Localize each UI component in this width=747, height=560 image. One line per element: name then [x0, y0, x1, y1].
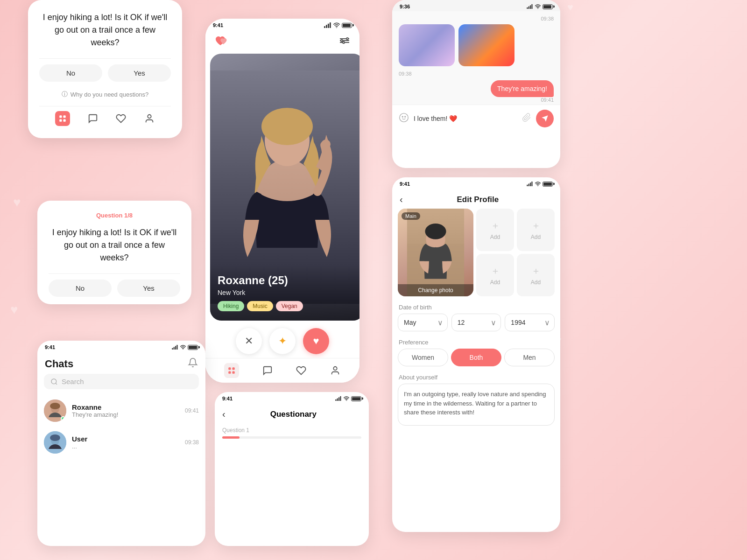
chat-input-field[interactable] [414, 115, 517, 122]
about-label: About yourself [392, 372, 560, 384]
add-icon-4: ＋ [531, 265, 541, 277]
add-icon-2: ＋ [531, 219, 541, 232]
svg-point-9 [336, 27, 337, 28]
svg-point-35 [402, 116, 403, 117]
chat-item-name-roxanne: Roxanne [72, 403, 179, 411]
chat-images [399, 24, 554, 66]
add-photo-3[interactable]: ＋ Add [476, 254, 514, 296]
status-icons-chat [527, 4, 553, 9]
attach-button[interactable] [522, 113, 531, 125]
signal-icon-q [335, 396, 342, 401]
svg-rect-1 [63, 115, 66, 118]
profile-name: Roxanne (25) [218, 274, 357, 287]
year-select-wrap: 1994 [505, 314, 555, 331]
signal-icon-chat [527, 4, 533, 9]
profile-city: New York [218, 289, 357, 296]
svg-rect-6 [326, 25, 327, 28]
add-label-1: Add [490, 234, 500, 240]
ep-back-button[interactable]: ‹ [400, 194, 403, 205]
yes-button-1[interactable]: Yes [108, 64, 171, 82]
svg-point-62 [346, 400, 347, 401]
svg-point-10 [341, 40, 343, 42]
chat-image-1 [399, 24, 455, 66]
svg-point-51 [51, 379, 56, 384]
emoji-button[interactable] [399, 112, 409, 125]
svg-rect-47 [174, 347, 175, 350]
signal-icon-chats [172, 345, 178, 350]
add-photo-4[interactable]: ＋ Add [517, 254, 555, 296]
question-buttons-2: No Yes [49, 280, 180, 297]
nav-heart-1[interactable] [115, 113, 127, 124]
nav-profile-1[interactable] [144, 113, 155, 124]
action-buttons: ✕ ✦ ♥ [205, 321, 359, 358]
ep-header: ‹ Edit Profile [392, 189, 560, 209]
emoji-icon [399, 112, 409, 123]
battery-icon-dating [342, 23, 352, 28]
nav-home-dating[interactable] [224, 363, 239, 378]
bottom-nav-dating [205, 358, 359, 383]
svg-rect-61 [340, 396, 341, 401]
profile-icon-nav-dating [330, 365, 340, 376]
add-photo-2[interactable]: ＋ Add [517, 209, 555, 251]
like-button[interactable]: ♥ [303, 328, 329, 354]
chats-header: Chats [37, 352, 205, 374]
bubble-text: They're amazing! [491, 80, 554, 97]
ep-title: Edit Profile [403, 195, 553, 204]
wifi-icon-ep [535, 182, 541, 186]
status-icons-q [335, 396, 361, 401]
avatar-2 [44, 431, 66, 454]
nav-home-1[interactable] [55, 111, 70, 126]
why-questions-1: ⓘ Why do you need questions? [39, 90, 171, 98]
year-select[interactable]: 1994 [505, 314, 555, 331]
chat-icon-1 [88, 113, 98, 124]
q-progress-label: Question 1 [222, 427, 361, 434]
yes-button-2[interactable]: Yes [117, 280, 180, 297]
q-progress-area: Question 1 [215, 423, 369, 441]
question-number: Question 1/8 [49, 212, 180, 219]
svg-rect-7 [328, 24, 329, 28]
change-photo-button[interactable]: Change photo [398, 284, 473, 296]
dislike-button[interactable]: ✕ [236, 328, 262, 354]
q-back-button[interactable]: ‹ [222, 409, 226, 420]
about-textarea[interactable]: I'm an outgoing type, really love nature… [398, 384, 555, 426]
signal-icon-ep [527, 182, 533, 186]
chat-list-item-2[interactable]: User ... 09:38 [37, 427, 205, 458]
no-button-2[interactable]: No [49, 280, 112, 297]
nav-chat-1[interactable] [87, 113, 99, 124]
status-bar-ep: 9:41 [392, 177, 560, 189]
chat-list-item-roxanne[interactable]: Roxanne They're amazing! 09:41 [37, 395, 205, 427]
chat-item-info-2: User ... [72, 435, 179, 450]
svg-rect-0 [60, 115, 62, 118]
pref-both-button[interactable]: Both [451, 349, 501, 366]
search-placeholder[interactable]: Search [62, 378, 84, 385]
filter-icon[interactable] [339, 36, 350, 49]
nav-profile-dating[interactable] [330, 365, 341, 376]
nav-heart-dating[interactable] [296, 365, 307, 376]
day-select[interactable]: 12 [451, 314, 501, 331]
add-photo-1[interactable]: ＋ Add [476, 209, 514, 251]
status-icons-ep [527, 182, 553, 187]
svg-point-34 [400, 113, 408, 121]
send-button[interactable] [536, 110, 554, 127]
pref-women-button[interactable]: Women [398, 349, 448, 366]
no-button-1[interactable]: No [39, 64, 102, 82]
day-select-wrap: 12 [451, 314, 501, 331]
svg-point-23 [321, 140, 331, 149]
heart-icon-nav-1 [116, 113, 126, 124]
nav-chat-dating[interactable] [262, 365, 273, 376]
superlike-button[interactable]: ✦ [269, 328, 296, 354]
settings-icon [339, 36, 350, 47]
svg-rect-29 [527, 7, 528, 9]
svg-point-36 [405, 116, 406, 117]
pref-men-button[interactable]: Men [504, 349, 555, 366]
question-mark-icon: ⓘ [62, 90, 68, 98]
chat-input-row [392, 105, 560, 132]
question-text-2: I enjoy hiking a lot! Is it OK if we'll … [49, 226, 180, 264]
bell-icon[interactable] [188, 357, 198, 370]
question-buttons-1: No Yes [39, 64, 171, 82]
chat-time-2: 09:38 [399, 71, 554, 77]
dob-row: May JanuaryFebruaryMarchApril JuneJulyAu… [392, 314, 560, 337]
dating-profile-card: 9:41 [205, 19, 359, 383]
svg-rect-38 [529, 183, 529, 186]
month-select[interactable]: May JanuaryFebruaryMarchApril JuneJulyAu… [398, 314, 448, 331]
